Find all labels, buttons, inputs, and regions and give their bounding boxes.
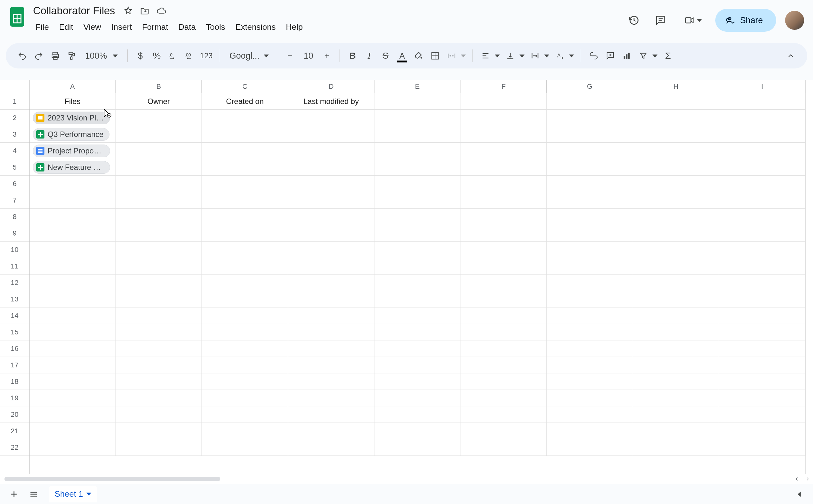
column-header-I[interactable]: I — [719, 80, 805, 93]
cell-A9[interactable] — [29, 225, 116, 242]
cell-I2[interactable] — [719, 110, 805, 126]
cell-B18[interactable] — [116, 373, 202, 390]
cell-B10[interactable] — [116, 242, 202, 258]
cell-I21[interactable] — [719, 423, 805, 439]
cell-F13[interactable] — [460, 291, 547, 307]
cell-D18[interactable] — [288, 373, 374, 390]
cell-H14[interactable] — [633, 307, 719, 324]
redo-button[interactable] — [31, 48, 46, 63]
cell-A21[interactable] — [29, 423, 116, 439]
cell-D3[interactable] — [288, 126, 374, 143]
horizontal-scrollbar-thumb[interactable] — [4, 477, 220, 481]
cell-C14[interactable] — [202, 307, 288, 324]
cell-C4[interactable] — [202, 143, 288, 159]
cell-B20[interactable] — [116, 406, 202, 423]
cell-H6[interactable] — [633, 176, 719, 192]
file-chip[interactable]: New Feature List — [33, 161, 110, 174]
cell-B13[interactable] — [116, 291, 202, 307]
cell-H7[interactable] — [633, 192, 719, 209]
cell-I4[interactable] — [719, 143, 805, 159]
fill-color-button[interactable] — [411, 48, 426, 63]
cell-C13[interactable] — [202, 291, 288, 307]
cell-I16[interactable] — [719, 340, 805, 357]
cell-G7[interactable] — [547, 192, 633, 209]
row-header-10[interactable]: 10 — [0, 242, 29, 258]
cell-D4[interactable] — [288, 143, 374, 159]
cell-F6[interactable] — [460, 176, 547, 192]
cell-E2[interactable] — [374, 110, 461, 126]
cell-D10[interactable] — [288, 242, 374, 258]
star-icon[interactable] — [123, 5, 133, 16]
cell-B5[interactable] — [116, 159, 202, 176]
cell-G2[interactable] — [547, 110, 633, 126]
cell-B22[interactable] — [116, 439, 202, 456]
cell-H4[interactable] — [633, 143, 719, 159]
cell-C18[interactable] — [202, 373, 288, 390]
cell-D1[interactable]: Last modified by — [288, 93, 374, 110]
cell-F2[interactable] — [460, 110, 547, 126]
cell-I5[interactable] — [719, 159, 805, 176]
cell-F12[interactable] — [460, 275, 547, 291]
cell-B11[interactable] — [116, 258, 202, 275]
cell-F3[interactable] — [460, 126, 547, 143]
cell-I14[interactable] — [719, 307, 805, 324]
cell-D2[interactable] — [288, 110, 374, 126]
wrap-dropdown[interactable] — [543, 48, 551, 63]
cell-G19[interactable] — [547, 390, 633, 406]
rotation-dropdown[interactable] — [567, 48, 575, 63]
cell-E11[interactable] — [374, 258, 461, 275]
borders-button[interactable] — [427, 48, 443, 63]
cell-F10[interactable] — [460, 242, 547, 258]
cell-G4[interactable] — [547, 143, 633, 159]
cell-H16[interactable] — [633, 340, 719, 357]
cell-G14[interactable] — [547, 307, 633, 324]
cell-F8[interactable] — [460, 209, 547, 225]
cell-D6[interactable] — [288, 176, 374, 192]
cell-E17[interactable] — [374, 357, 461, 373]
cell-F7[interactable] — [460, 192, 547, 209]
cell-F9[interactable] — [460, 225, 547, 242]
cell-D22[interactable] — [288, 439, 374, 456]
more-formats-button[interactable]: 123 — [198, 48, 214, 63]
cell-G21[interactable] — [547, 423, 633, 439]
cell-F19[interactable] — [460, 390, 547, 406]
cell-E3[interactable] — [374, 126, 461, 143]
cell-A1[interactable]: Files — [29, 93, 116, 110]
menu-file[interactable]: File — [31, 20, 53, 34]
row-header-15[interactable]: 15 — [0, 324, 29, 340]
cell-B17[interactable] — [116, 357, 202, 373]
cell-G17[interactable] — [547, 357, 633, 373]
cell-I20[interactable] — [719, 406, 805, 423]
decrease-decimal-button[interactable]: .0 — [166, 48, 181, 63]
cell-E7[interactable] — [374, 192, 461, 209]
cell-E9[interactable] — [374, 225, 461, 242]
cell-B9[interactable] — [116, 225, 202, 242]
menu-edit[interactable]: Edit — [55, 20, 78, 34]
horizontal-align-button[interactable] — [478, 48, 493, 63]
cell-H9[interactable] — [633, 225, 719, 242]
cell-C6[interactable] — [202, 176, 288, 192]
cell-B4[interactable] — [116, 143, 202, 159]
cell-F11[interactable] — [460, 258, 547, 275]
cell-B6[interactable] — [116, 176, 202, 192]
cell-B2[interactable] — [116, 110, 202, 126]
cell-C5[interactable] — [202, 159, 288, 176]
cell-C19[interactable] — [202, 390, 288, 406]
percent-button[interactable]: % — [149, 48, 164, 63]
filter-dropdown[interactable] — [651, 48, 659, 63]
cell-E19[interactable] — [374, 390, 461, 406]
cell-H2[interactable] — [633, 110, 719, 126]
comments-icon[interactable] — [652, 11, 670, 29]
cell-I17[interactable] — [719, 357, 805, 373]
row-header-2[interactable]: 2 — [0, 110, 29, 126]
cell-C3[interactable] — [202, 126, 288, 143]
cell-A11[interactable] — [29, 258, 116, 275]
menu-help[interactable]: Help — [282, 20, 307, 34]
cell-C10[interactable] — [202, 242, 288, 258]
cell-F14[interactable] — [460, 307, 547, 324]
cell-G9[interactable] — [547, 225, 633, 242]
cell-E16[interactable] — [374, 340, 461, 357]
cell-H20[interactable] — [633, 406, 719, 423]
menu-format[interactable]: Format — [138, 20, 172, 34]
cell-E8[interactable] — [374, 209, 461, 225]
